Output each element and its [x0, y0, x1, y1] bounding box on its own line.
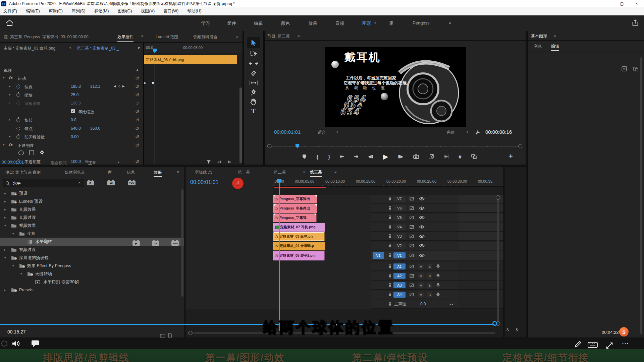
- master-volume-value[interactable]: 0.0: [420, 302, 426, 306]
- scrollbar-top-cap[interactable]: [496, 195, 500, 200]
- track-label[interactable]: A1: [393, 263, 406, 269]
- mute-button[interactable]: M: [418, 283, 424, 288]
- selection-tool[interactable]: [247, 37, 260, 48]
- chevron-down-icon[interactable]: ▾: [118, 161, 119, 164]
- scrub-right-handle[interactable]: [518, 144, 522, 148]
- timeline-tab-master[interactable]: 剪辑线 总: [195, 170, 212, 175]
- mark-in-icon[interactable]: {: [316, 154, 318, 160]
- eye-icon[interactable]: [419, 216, 425, 220]
- uniform-scale-checkbox[interactable]: ✓: [71, 109, 75, 113]
- track-label[interactable]: V1: [393, 252, 406, 258]
- tab-effect-controls[interactable]: 效果控件: [117, 34, 133, 42]
- tree-item-presets-cn[interactable]: ▸ ★ 预设: [0, 189, 184, 197]
- timeline-timecode[interactable]: 00:00:01:01: [190, 179, 219, 185]
- lock-icon[interactable]: [388, 302, 392, 306]
- ellipse-mask-icon[interactable]: [18, 150, 24, 155]
- solo-button[interactable]: S: [427, 273, 432, 279]
- menu-edit[interactable]: 编辑(E): [26, 8, 40, 14]
- menu-help[interactable]: 帮助(H): [187, 8, 201, 14]
- timeline-tab-scene2[interactable]: 第二幕: [274, 170, 286, 175]
- ec-row-antiflicker[interactable]: ▸ 防闪烁滤镜 0.00 ↺: [0, 133, 143, 141]
- eye-icon[interactable]: [419, 244, 425, 248]
- ec-row-anchor[interactable]: 锚点 640.0 360.0 ↺: [0, 124, 143, 132]
- tab-project[interactable]: 项目: 第七节课 案例: [5, 170, 41, 175]
- comparison-view-icon[interactable]: [471, 154, 477, 159]
- track-select-tool[interactable]: [250, 51, 257, 57]
- lock-icon[interactable]: [388, 197, 392, 201]
- position-x-value[interactable]: 185.3: [71, 84, 81, 89]
- track-label[interactable]: V7: [393, 196, 406, 202]
- workspace-tab-color[interactable]: 颜色: [281, 20, 290, 26]
- lock-icon[interactable]: [388, 225, 392, 229]
- track-label[interactable]: A4: [393, 292, 406, 298]
- tree-item-horizontal-flip[interactable]: 水平翻转 ▶ 32 YUV: [0, 238, 184, 246]
- eg-new-layer-icon[interactable]: [622, 66, 627, 71]
- settings-wrench-icon[interactable]: [475, 129, 481, 135]
- track-label[interactable]: A3: [393, 282, 406, 288]
- stopwatch-icon[interactable]: [16, 93, 20, 97]
- workspace-tab-audio[interactable]: 音频: [335, 20, 344, 26]
- mark-out-icon[interactable]: }: [328, 154, 330, 160]
- eg-tab-browse[interactable]: 浏览: [534, 44, 542, 49]
- stopwatch-icon[interactable]: [16, 127, 20, 130]
- panel-overflow-chevron[interactable]: »: [177, 170, 179, 174]
- button-editor-plus-icon[interactable]: +: [509, 153, 513, 160]
- chevron-down-icon[interactable]: ▾: [69, 46, 71, 50]
- solo-button[interactable]: S: [427, 292, 432, 297]
- track-label[interactable]: A2: [393, 273, 406, 279]
- workspace-tab-graphics[interactable]: 图形: [362, 20, 371, 26]
- track-label[interactable]: V4: [393, 224, 406, 230]
- eye-icon[interactable]: [419, 254, 425, 257]
- ec-playhead-marker[interactable]: [153, 49, 157, 53]
- keyframe-nav-icons[interactable]: ◀◇▶: [114, 84, 127, 88]
- sync-lock-icon[interactable]: [410, 283, 414, 288]
- tree-item-lumetri-presets[interactable]: ▸ ★ Lumetri 预设: [0, 197, 184, 205]
- 32bit-badge[interactable]: 32: [107, 181, 115, 185]
- eye-icon[interactable]: [419, 206, 425, 210]
- sync-lock-icon[interactable]: [410, 293, 414, 297]
- eg-tab-edit[interactable]: 编辑: [551, 44, 559, 51]
- tab-media-browser[interactable]: 媒体浏览器: [65, 170, 85, 175]
- workspace-tab-libraries[interactable]: 库: [389, 20, 393, 26]
- mic-icon[interactable]: [436, 264, 440, 269]
- effect-controls-panel-menu-icon[interactable]: ≡: [141, 34, 143, 38]
- pencil-icon[interactable]: [574, 341, 582, 348]
- sync-lock-icon[interactable]: [410, 234, 414, 239]
- timeline-clip-pengoss-1[interactable]: fxPengoss_字幕弹出: [273, 195, 317, 203]
- timeline-clip-headphone[interactable]: 定格素材_07 耳机.png: [273, 223, 325, 232]
- workspace-overflow-chevron[interactable]: »: [449, 20, 451, 25]
- go-to-in-icon[interactable]: ⇤: [340, 154, 344, 160]
- fullscreen-exit-icon[interactable]: [606, 342, 613, 349]
- ripple-edit-tool[interactable]: [249, 61, 258, 66]
- position-y-value[interactable]: 312.1: [90, 84, 100, 89]
- tree-item-preset-pack[interactable]: ▾ ★ 深川澈的预设包: [0, 254, 184, 262]
- essential-graphics-title[interactable]: 基本图形: [531, 34, 547, 39]
- menu-window[interactable]: 窗口(W): [163, 8, 178, 14]
- timeline-ruler[interactable]: :00:00 00:00:05:00 00:00:10:00 00:00:15:…: [273, 177, 503, 187]
- zoom-fit-dropdown[interactable]: 适合: [318, 130, 326, 135]
- reset-icon[interactable]: ↺: [135, 75, 139, 81]
- tab-effects[interactable]: 效果: [154, 170, 162, 177]
- hscrollbar-left-cap[interactable]: [188, 331, 193, 335]
- tree-item-video-transitions[interactable]: ▸ 视频过渡: [0, 246, 184, 254]
- clear-search-icon[interactable]: ×: [78, 180, 81, 185]
- panel-overflow-chevron[interactable]: »: [236, 34, 238, 39]
- timeline-clip-bag[interactable]: fx定格素材_05 袋子2.pn: [273, 251, 325, 260]
- playback-resolution-dropdown[interactable]: 完整: [446, 130, 454, 135]
- menu-file[interactable]: 文件(F): [3, 8, 17, 14]
- track-label[interactable]: V2: [393, 243, 406, 249]
- track-label[interactable]: V6: [393, 205, 406, 211]
- sync-lock-icon[interactable]: [410, 206, 414, 210]
- eg-scrollbar[interactable]: [640, 57, 642, 334]
- ec-clip-bar[interactable]: 定格素材_03 白球.png: [144, 55, 237, 64]
- program-video-frame[interactable]: 戴耳机 工作以后，每当加完班回家 它都守护着我度过每个孤独的夜晚 从 就 独 也…: [325, 47, 466, 127]
- add-marker-icon[interactable]: [302, 154, 307, 159]
- sync-lock-icon[interactable]: [410, 253, 414, 258]
- menu-markers[interactable]: 标记(M): [94, 8, 109, 14]
- eye-icon[interactable]: [419, 225, 425, 229]
- filter-icon[interactable]: [206, 160, 211, 164]
- scale-value[interactable]: 25.0: [71, 93, 78, 97]
- tree-item-transform[interactable]: ▾ 变换: [0, 230, 184, 238]
- effects-search-input[interactable]: 水平: [3, 179, 84, 187]
- antiflicker-value[interactable]: 0.00: [71, 134, 78, 139]
